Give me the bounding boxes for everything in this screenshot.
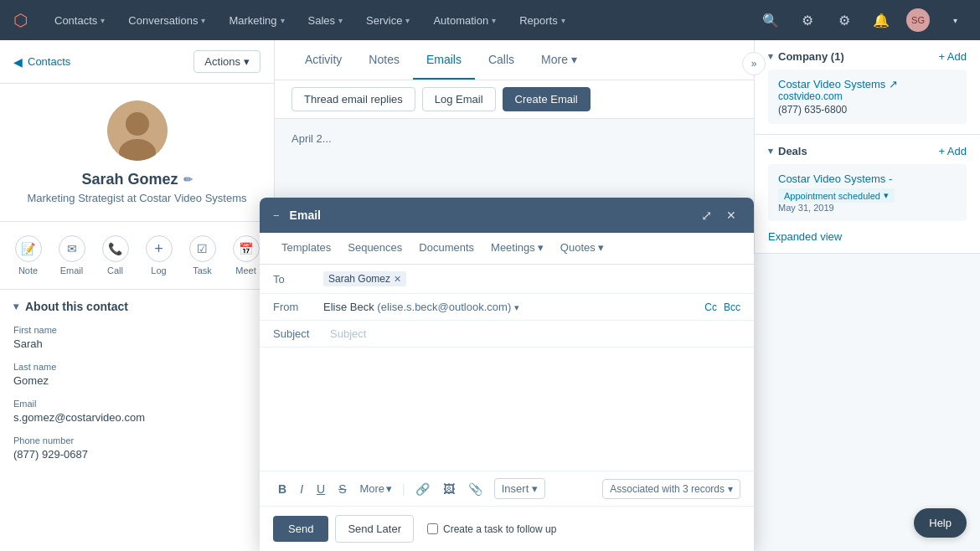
deal-card: Costar Video Systems - Appointment sched… xyxy=(768,164,967,221)
tab-notes[interactable]: Notes xyxy=(355,41,413,80)
expand-modal-icon[interactable]: ⤢ xyxy=(697,206,715,224)
more-formatting-dropdown[interactable]: More ▾ xyxy=(354,479,397,498)
email-action[interactable]: ✉ Email xyxy=(59,235,85,276)
from-field-content: Elise Beck (elise.s.beck@outlook.com) ▾ xyxy=(323,301,704,313)
image-icon[interactable]: 🖼 xyxy=(438,479,460,499)
cc-bcc-actions: Cc Bcc xyxy=(704,301,740,313)
tab-calls[interactable]: Calls xyxy=(475,41,528,80)
bold-button[interactable]: B xyxy=(273,479,291,499)
cc-button[interactable]: Cc xyxy=(704,301,717,313)
link-icon[interactable]: 🔗 xyxy=(410,479,435,499)
settings-icon[interactable]: ⚙ xyxy=(833,8,856,32)
chevron-down-icon: ▾ xyxy=(405,16,410,25)
edit-icon[interactable]: ✏ xyxy=(183,173,193,186)
log-email-button[interactable]: Log Email xyxy=(422,87,496,111)
tab-more[interactable]: More ▾ xyxy=(528,41,591,80)
nav-item-automation[interactable]: Automation ▾ xyxy=(423,9,506,32)
tab-emails[interactable]: Emails xyxy=(413,41,475,80)
chevron-down-icon: ▾ xyxy=(244,55,250,68)
company-section-header: ▾ Company (1) + Add xyxy=(768,50,967,63)
attach-icon[interactable]: 📎 xyxy=(463,479,487,499)
create-task-checkbox[interactable] xyxy=(427,523,438,534)
thread-email-replies-button[interactable]: Thread email replies xyxy=(291,87,415,111)
nav-item-service[interactable]: Service ▾ xyxy=(356,9,420,32)
deal-status-badge[interactable]: Appointment scheduled ▾ xyxy=(778,188,895,203)
strikethrough-button[interactable]: S xyxy=(333,479,351,499)
chevron-down-icon: ▾ xyxy=(571,53,577,66)
log-action[interactable]: + Log xyxy=(146,235,173,276)
modal-tabs: Templates Sequences Documents Meetings ▾… xyxy=(260,233,754,265)
close-modal-icon[interactable]: ✕ xyxy=(722,206,740,224)
chevron-down-icon: ▾ xyxy=(386,482,392,495)
help-button[interactable]: Help xyxy=(914,508,967,538)
insert-button[interactable]: Insert ▾ xyxy=(494,478,546,499)
back-button[interactable]: ◀ Contacts xyxy=(13,55,70,69)
collapse-icon: ▾ xyxy=(768,146,773,157)
meet-action[interactable]: 📅 Meet xyxy=(233,235,260,276)
modal-header: − Email ⤢ ✕ xyxy=(260,198,754,233)
send-later-button[interactable]: Send Later xyxy=(335,515,414,543)
notifications-icon[interactable]: 🔔 xyxy=(869,8,893,32)
company-phone: (877) 635-6800 xyxy=(778,104,957,116)
email-icon: ✉ xyxy=(59,235,85,262)
nav-item-reports[interactable]: Reports ▾ xyxy=(509,9,575,32)
about-section: ▾ About this contact First name Sarah La… xyxy=(0,290,274,482)
create-email-button[interactable]: Create Email xyxy=(503,87,591,111)
underline-button[interactable]: U xyxy=(312,479,330,499)
company-url-link[interactable]: costvideo.com xyxy=(778,90,957,102)
nav-item-contacts[interactable]: Contacts ▾ xyxy=(44,9,115,32)
email-field-info: Email s.gomez@costarvideo.com xyxy=(13,399,260,424)
remove-recipient-icon[interactable]: ✕ xyxy=(394,274,401,285)
bcc-button[interactable]: Bcc xyxy=(724,301,740,313)
expanded-view-link[interactable]: Expanded view xyxy=(768,230,842,243)
add-company-link[interactable]: + Add xyxy=(938,50,967,63)
italic-button[interactable]: I xyxy=(295,479,308,499)
company-name-link[interactable]: Costar Video Systems ↗ xyxy=(778,78,957,90)
left-sidebar: ◀ Contacts Actions ▾ Sarah Gomez ✏ Marke… xyxy=(0,40,275,551)
subject-input[interactable] xyxy=(330,327,740,340)
call-action[interactable]: 📞 Call xyxy=(102,235,129,276)
about-header[interactable]: ▾ About this contact xyxy=(13,300,260,313)
chevron-down-icon: ▾ xyxy=(532,482,538,495)
nav-item-conversations[interactable]: Conversations ▾ xyxy=(118,9,215,32)
modal-header-icons: ⤢ ✕ xyxy=(697,206,740,224)
chevron-down-icon: ▾ xyxy=(201,16,205,25)
call-icon: 📞 xyxy=(102,235,129,262)
modal-tab-meetings[interactable]: Meetings ▾ xyxy=(482,233,552,264)
task-action[interactable]: ☑ Task xyxy=(189,235,216,276)
marketplace-icon[interactable]: ⚙ xyxy=(796,8,819,32)
modal-tab-templates[interactable]: Templates xyxy=(273,233,339,264)
create-task-checkbox-label[interactable]: Create a task to follow up xyxy=(427,523,556,535)
send-button[interactable]: Send xyxy=(273,516,328,542)
tab-bar: Activity Notes Emails Calls More ▾ xyxy=(275,40,754,80)
deals-section-title: ▾ Deals xyxy=(768,145,807,157)
nav-item-marketing[interactable]: Marketing ▾ xyxy=(219,9,294,32)
company-card: Costar Video Systems ↗ costvideo.com (87… xyxy=(768,70,967,124)
avatar[interactable]: SG xyxy=(906,8,930,32)
note-icon: 📝 xyxy=(15,235,42,262)
deal-title-link[interactable]: Costar Video Systems - xyxy=(778,173,957,185)
hubspot-logo[interactable]: ⬡ xyxy=(13,10,28,30)
from-field: From Elise Beck (elise.s.beck@outlook.co… xyxy=(260,294,754,321)
email-toolbar: Thread email replies Log Email Create Em… xyxy=(275,80,754,119)
chevron-down-icon: ▾ xyxy=(538,241,544,254)
activity-date: April 2... xyxy=(275,119,754,158)
associated-records-button[interactable]: Associated with 3 records ▾ xyxy=(602,479,740,499)
tab-activity[interactable]: Activity xyxy=(291,41,355,80)
email-body-area xyxy=(260,348,754,471)
panel-toggle-button[interactable]: » xyxy=(742,52,766,75)
chevron-down-icon: ▾ xyxy=(281,16,285,25)
contacts-header: ◀ Contacts Actions ▾ xyxy=(0,40,274,84)
modal-tab-quotes[interactable]: Quotes ▾ xyxy=(552,233,612,264)
note-action[interactable]: 📝 Note xyxy=(15,235,42,276)
svg-point-1 xyxy=(126,112,149,136)
search-icon[interactable]: 🔍 xyxy=(759,8,782,32)
actions-button[interactable]: Actions ▾ xyxy=(193,50,260,73)
modal-tab-documents[interactable]: Documents xyxy=(410,233,482,264)
phone-field: Phone number (877) 929-0687 xyxy=(13,435,260,461)
nav-item-sales[interactable]: Sales ▾ xyxy=(298,9,353,32)
modal-tab-sequences[interactable]: Sequences xyxy=(339,233,410,264)
email-body-textarea[interactable] xyxy=(273,358,740,458)
chevron-down-icon[interactable]: ▾ xyxy=(943,8,967,32)
add-deal-link[interactable]: + Add xyxy=(938,145,967,157)
